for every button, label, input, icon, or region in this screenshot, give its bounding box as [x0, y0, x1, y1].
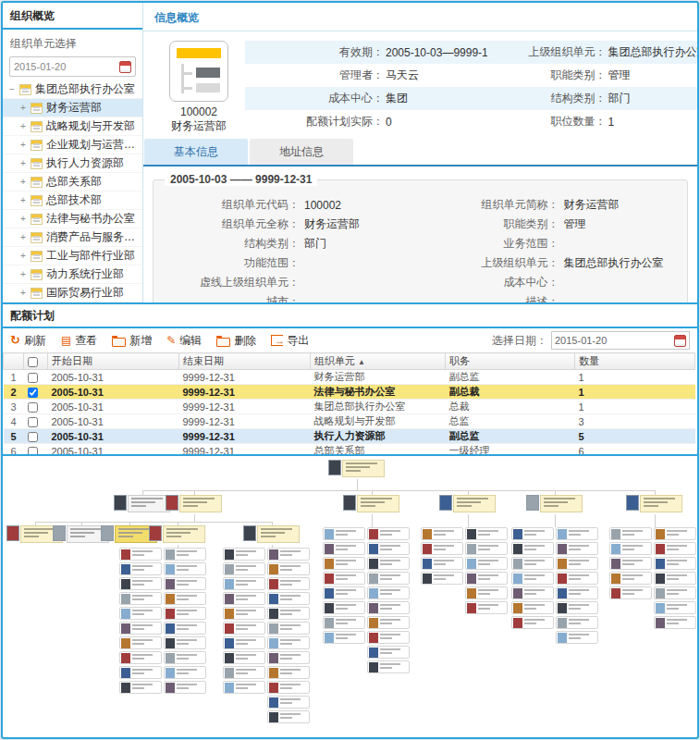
- org-mini-card[interactable]: [654, 601, 696, 614]
- org-mini-card[interactable]: [267, 607, 310, 620]
- tree-node-root[interactable]: −集团总部执行办公室: [3, 80, 142, 99]
- column-header[interactable]: 开始日期: [48, 353, 179, 370]
- org-mini-card[interactable]: [267, 592, 310, 605]
- expand-toggle[interactable]: +: [19, 195, 27, 205]
- org-chart-root-node[interactable]: [328, 460, 385, 477]
- column-header[interactable]: 组织单元▲: [311, 353, 446, 370]
- org-mini-card[interactable]: [267, 651, 310, 664]
- tree-node[interactable]: +战略规划与开发部: [3, 117, 142, 136]
- edit-button[interactable]: 编辑: [166, 333, 202, 349]
- org-mini-card[interactable]: [465, 572, 508, 585]
- calendar-icon[interactable]: [674, 335, 686, 347]
- info-overview-title[interactable]: 信息概览: [143, 3, 697, 31]
- org-mini-card[interactable]: [465, 586, 508, 599]
- org-mini-card[interactable]: [556, 586, 598, 599]
- org-chart-node[interactable]: [626, 495, 682, 512]
- org-mini-card[interactable]: [511, 586, 554, 599]
- view-button[interactable]: 查看: [61, 333, 97, 349]
- expand-toggle[interactable]: +: [19, 232, 27, 242]
- org-mini-card[interactable]: [367, 631, 410, 644]
- org-mini-card[interactable]: [267, 622, 310, 635]
- org-mini-card[interactable]: [164, 592, 206, 605]
- org-mini-card[interactable]: [511, 616, 554, 629]
- org-mini-card[interactable]: [119, 622, 162, 635]
- tree-node[interactable]: +国际贸易行业部: [3, 284, 142, 302]
- expand-toggle[interactable]: +: [19, 288, 27, 298]
- date-filter-input[interactable]: 2015-01-20: [551, 331, 690, 350]
- tree-node[interactable]: +总部技术部: [3, 191, 142, 210]
- org-mini-card[interactable]: [367, 572, 410, 585]
- tab-address-info[interactable]: 地址信息: [250, 139, 353, 165]
- org-mini-card[interactable]: [119, 681, 162, 694]
- org-mini-card[interactable]: [267, 577, 310, 590]
- table-row[interactable]: 22005-10-319999-12-31法律与秘书办公室副总裁1: [4, 385, 695, 400]
- org-mini-card[interactable]: [556, 572, 598, 585]
- org-mini-card[interactable]: [267, 636, 310, 649]
- org-mini-card[interactable]: [654, 616, 696, 629]
- org-mini-card[interactable]: [323, 527, 365, 540]
- org-mini-card[interactable]: [421, 527, 463, 540]
- column-header[interactable]: 结束日期: [179, 353, 311, 370]
- table-row[interactable]: 52005-10-319999-12-31执行人力资源部副总监5: [4, 429, 695, 444]
- expand-toggle[interactable]: +: [19, 269, 27, 279]
- org-mini-card[interactable]: [654, 557, 696, 570]
- org-mini-card[interactable]: [164, 651, 206, 664]
- org-mini-card[interactable]: [511, 601, 554, 614]
- org-mini-card[interactable]: [323, 586, 365, 599]
- tab-basic-info[interactable]: 基本信息: [144, 139, 248, 165]
- org-mini-card[interactable]: [223, 607, 265, 620]
- org-mini-card[interactable]: [267, 666, 310, 679]
- org-mini-card[interactable]: [609, 542, 652, 555]
- select-all-checkbox[interactable]: [28, 357, 38, 367]
- org-mini-card[interactable]: [164, 681, 206, 694]
- org-mini-card[interactable]: [465, 601, 508, 614]
- org-mini-card[interactable]: [164, 577, 206, 590]
- org-mini-card[interactable]: [223, 651, 265, 664]
- org-mini-card[interactable]: [654, 586, 696, 599]
- org-chart-node[interactable]: [439, 495, 496, 512]
- org-mini-card[interactable]: [164, 562, 206, 575]
- expand-toggle[interactable]: +: [19, 214, 27, 224]
- org-mini-card[interactable]: [223, 666, 265, 679]
- org-mini-card[interactable]: [367, 527, 410, 540]
- org-mini-card[interactable]: [367, 660, 410, 673]
- org-mini-card[interactable]: [323, 601, 365, 614]
- sidebar-date-picker[interactable]: 2015-01-20: [9, 56, 136, 77]
- org-mini-card[interactable]: [367, 616, 410, 629]
- org-mini-card[interactable]: [556, 616, 598, 629]
- org-chart-node[interactable]: [343, 495, 399, 512]
- org-mini-card[interactable]: [609, 586, 652, 599]
- org-mini-card[interactable]: [267, 696, 310, 709]
- org-mini-card[interactable]: [556, 557, 598, 570]
- org-chart-node[interactable]: [243, 525, 300, 543]
- org-mini-card[interactable]: [654, 572, 696, 585]
- org-mini-card[interactable]: [164, 636, 206, 649]
- org-mini-card[interactable]: [556, 527, 598, 540]
- expand-toggle[interactable]: +: [19, 158, 27, 168]
- org-mini-card[interactable]: [119, 607, 162, 620]
- tree-node[interactable]: +执行人力资源部: [3, 154, 142, 173]
- tree-node[interactable]: +工业与部件行业部: [3, 247, 142, 265]
- org-mini-card[interactable]: [609, 572, 652, 585]
- export-button[interactable]: 导出: [271, 333, 309, 349]
- org-mini-card[interactable]: [654, 527, 696, 540]
- table-row[interactable]: 62005-10-319999-12-31总部关系部一级经理6: [4, 444, 695, 457]
- row-checkbox[interactable]: [28, 373, 38, 383]
- row-checkbox[interactable]: [28, 432, 38, 442]
- org-mini-card[interactable]: [267, 562, 310, 575]
- org-mini-card[interactable]: [119, 651, 162, 664]
- org-mini-card[interactable]: [511, 527, 554, 540]
- org-mini-card[interactable]: [421, 572, 463, 585]
- org-mini-card[interactable]: [465, 542, 508, 555]
- org-mini-card[interactable]: [223, 548, 265, 561]
- org-chart-node[interactable]: [166, 495, 222, 512]
- row-checkbox[interactable]: [28, 388, 38, 398]
- org-mini-card[interactable]: [421, 542, 463, 555]
- org-mini-card[interactable]: [164, 548, 206, 561]
- tree-node[interactable]: +消费产品与服务行业部: [3, 228, 142, 247]
- org-chart-node[interactable]: [114, 495, 170, 512]
- org-mini-card[interactable]: [654, 542, 696, 555]
- org-mini-card[interactable]: [465, 557, 508, 570]
- org-mini-card[interactable]: [367, 542, 410, 555]
- org-mini-card[interactable]: [609, 527, 652, 540]
